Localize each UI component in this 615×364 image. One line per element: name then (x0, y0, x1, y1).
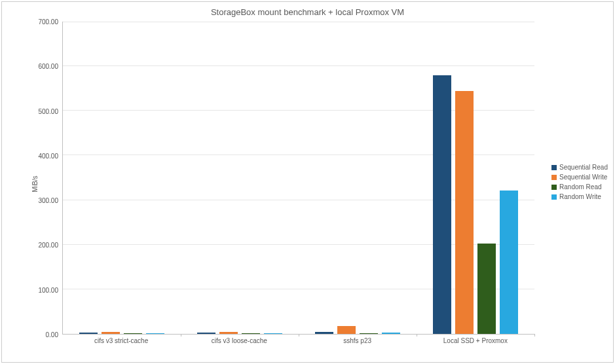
bar (102, 332, 120, 334)
y-tick-label: 0.00 (46, 331, 58, 338)
legend: Sequential Read Sequential Write Random … (551, 161, 608, 203)
y-tick-label: 500.00 (38, 107, 58, 115)
legend-item: Sequential Read (551, 164, 608, 171)
bar (124, 333, 142, 334)
bar (146, 333, 164, 334)
legend-swatch-icon (551, 185, 557, 190)
y-tick-labels: 0.00 100.00 200.00 300.00 400.00 500.00 … (29, 22, 61, 335)
bar (500, 191, 518, 334)
y-tick-label: 600.00 (38, 63, 58, 70)
bar (219, 332, 238, 334)
legend-label: Random Write (559, 193, 601, 200)
chart-title: StorageBox mount benchmark + local Proxm… (2, 2, 613, 20)
plot-wrap: MiB/s 0.00 100.00 200.00 300.00 400.00 5… (29, 22, 534, 346)
y-tick-label: 100.00 (38, 286, 58, 293)
y-tick-label: 300.00 (38, 197, 58, 204)
y-tick-label: 700.00 (38, 18, 58, 26)
legend-item: Random Read (551, 183, 608, 191)
bar (455, 91, 474, 334)
plot-area (62, 22, 534, 335)
legend-swatch-icon (551, 175, 557, 180)
y-tick-label: 400.00 (38, 152, 58, 159)
legend-swatch-icon (551, 194, 557, 200)
x-tick-label: sshfs p23 (299, 335, 417, 346)
x-tick-label: cifs v3 loose-cache (180, 335, 298, 346)
bar (79, 333, 98, 334)
bar-group (63, 22, 181, 334)
bar (477, 244, 496, 334)
x-tick-label: cifs v3 strict-cache (62, 335, 180, 346)
legend-swatch-icon (551, 165, 557, 170)
legend-label: Sequential Read (559, 164, 608, 171)
bar-group (299, 22, 417, 334)
bar (197, 333, 215, 334)
bar (382, 333, 400, 334)
x-tick-label: Local SSD + Proxmox (417, 335, 534, 346)
bar (315, 332, 333, 334)
bar (242, 333, 260, 334)
bar-group (181, 22, 299, 334)
bar-group (417, 22, 534, 334)
legend-label: Sequential Write (559, 173, 607, 181)
y-tick-label: 200.00 (38, 242, 58, 249)
bar (264, 333, 282, 334)
bar (360, 333, 378, 334)
bar (433, 75, 451, 334)
legend-label: Random Read (559, 183, 601, 191)
bar-groups (63, 22, 534, 334)
bar (337, 326, 356, 334)
legend-item: Random Write (551, 193, 608, 200)
chart-container: StorageBox mount benchmark + local Proxm… (1, 1, 614, 363)
x-tick-labels: cifs v3 strict-cache cifs v3 loose-cache… (62, 335, 534, 346)
legend-item: Sequential Write (551, 173, 608, 181)
